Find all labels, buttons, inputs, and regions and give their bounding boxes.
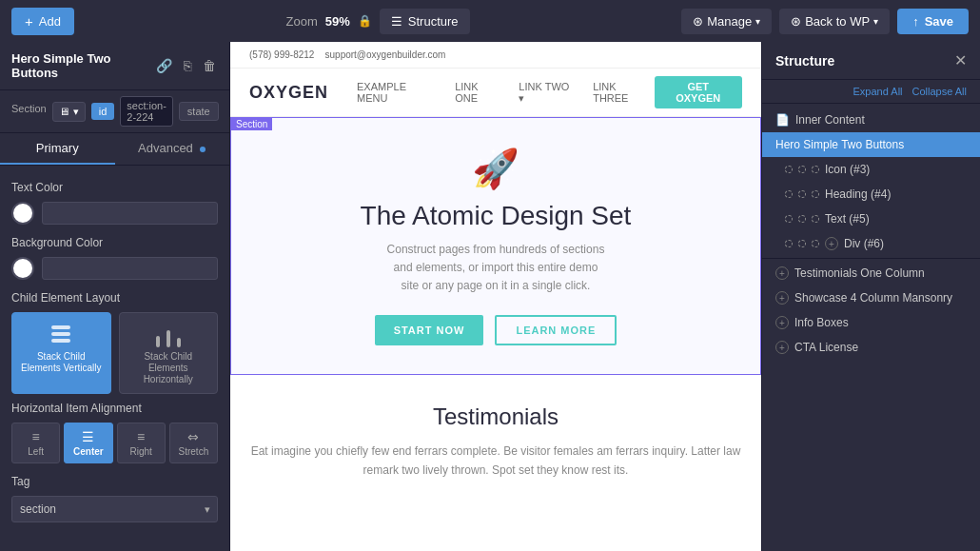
- struct-dot2-heading4: [798, 190, 806, 198]
- canvas-inner: (578) 999-8212 support@oxygenbuilder.com…: [230, 42, 761, 551]
- text-color-bar[interactable]: [42, 202, 218, 225]
- tab-primary[interactable]: Primary: [0, 133, 115, 165]
- stack-vertical-button[interactable]: Stack Child Elements Vertically: [11, 312, 111, 394]
- divider-1: [762, 258, 980, 259]
- tab-dot: [200, 147, 206, 152]
- struct-dot-heading4: [785, 190, 793, 198]
- tabs-row: Primary Advanced: [0, 133, 229, 166]
- stack-horizontal-icon: [154, 321, 183, 347]
- text-color-swatch[interactable]: [11, 202, 34, 225]
- struct-dot2-text5: [798, 215, 806, 223]
- struct-text-5[interactable]: Text (#5): [762, 207, 980, 231]
- hero-rocket-icon: 🚀: [250, 147, 741, 191]
- struct-cta-license[interactable]: + CTA License: [762, 335, 980, 360]
- tag-select[interactable]: section: [11, 496, 218, 522]
- struct-plus-info[interactable]: +: [775, 316, 789, 329]
- struct-dot2-div6: [798, 240, 806, 247]
- nav-item-3[interactable]: LINK TWO ▾: [519, 81, 578, 105]
- state-button[interactable]: state: [179, 102, 219, 121]
- stack-horizontal-label: Stack Child Elements Horizontally: [124, 351, 214, 385]
- stack-vertical-label: Stack Child Elements Vertically: [16, 351, 107, 374]
- struct-div-6[interactable]: + Div (#6): [762, 231, 980, 256]
- start-now-button[interactable]: START NOW: [375, 315, 484, 345]
- lock-icon: 🔒: [358, 14, 372, 28]
- device-selector[interactable]: 🖥 ▾: [52, 102, 86, 122]
- struct-plus-div6[interactable]: +: [825, 237, 838, 250]
- struct-plus-cta[interactable]: +: [775, 341, 789, 354]
- align-stretch-icon: ⇔: [187, 429, 199, 444]
- testimonials-section: Testimonials Eat imagine you chiefly few…: [230, 375, 761, 509]
- bg-color-swatch[interactable]: [11, 257, 34, 280]
- struct-plus-testimonials[interactable]: +: [775, 266, 789, 280]
- testimonials-text: Eat imagine you chiefly few end ferrars …: [249, 442, 742, 481]
- delete-icon[interactable]: 🗑: [201, 56, 218, 75]
- link-icon[interactable]: 🔗: [154, 56, 174, 75]
- align-stretch-button[interactable]: ⇔ Stretch: [169, 423, 218, 463]
- copy-icon[interactable]: ⎘: [182, 56, 193, 75]
- plus-icon: +: [25, 13, 33, 30]
- tab-advanced[interactable]: Advanced: [115, 133, 230, 165]
- site-header-right: GET OXYGEN: [655, 76, 742, 108]
- hero-title: The Atomic Design Set: [250, 201, 741, 231]
- struct-dot3-icon3: [812, 166, 819, 173]
- zoom-value: 59%: [325, 14, 350, 29]
- panel-content: Text Color Background Color Child Elemen…: [0, 166, 229, 551]
- site-header: (578) 999-8212 support@oxygenbuilder.com: [230, 42, 761, 69]
- expand-all-button[interactable]: Expand All: [853, 86, 903, 97]
- nav-item-2[interactable]: LINK ONE: [455, 81, 503, 105]
- selector-row: Section 🖥 ▾ id sect:ion-2-224 state: [0, 90, 229, 133]
- bg-color-row: [11, 257, 218, 280]
- site-nav: EXAMPLE MENU LINK ONE LINK TWO ▾ LINK TH…: [357, 81, 654, 105]
- bg-color-bar[interactable]: [42, 257, 218, 280]
- align-center-icon: ☰: [82, 429, 94, 444]
- panel-title: Hero Simple Two Buttons: [11, 51, 154, 80]
- main-layout: Hero Simple Two Buttons 🔗 ⎘ 🗑 Section 🖥 …: [0, 42, 980, 551]
- align-left-button[interactable]: ≡ Left: [11, 423, 60, 463]
- top-bar: + Add Zoom 59% 🔒 ☰ Structure ⊛ Manage ▾ …: [0, 0, 980, 42]
- manage-button[interactable]: ⊛ Manage ▾: [681, 9, 772, 34]
- stack-vertical-icon: [51, 321, 70, 347]
- struct-inner-content[interactable]: 📄 Inner Content: [762, 108, 980, 132]
- text-color-row: [11, 202, 218, 225]
- back-to-wp-button[interactable]: ⊛ Back to WP ▾: [779, 9, 890, 34]
- struct-testimonials[interactable]: + Testimonials One Column: [762, 261, 980, 285]
- tag-label: Tag: [11, 475, 218, 488]
- close-structure-button[interactable]: ✕: [954, 51, 967, 69]
- panel-header: Hero Simple Two Buttons 🔗 ⎘ 🗑: [0, 42, 229, 90]
- align-right-icon: ≡: [137, 429, 145, 444]
- struct-dot3-div6: [812, 240, 819, 247]
- collapse-all-button[interactable]: Collapse All: [912, 86, 967, 97]
- struct-dot3-heading4: [812, 190, 819, 198]
- structure-panel-header: Structure ✕: [762, 42, 980, 80]
- site-logo: OXYGEN: [249, 83, 328, 103]
- structure-lines-icon: ☰: [391, 14, 402, 29]
- layout-options: Stack Child Elements Vertically Stack Ch…: [11, 312, 218, 394]
- section-tag: Section: [231, 118, 272, 130]
- struct-heading-4[interactable]: Heading (#4): [762, 182, 980, 207]
- learn-more-button[interactable]: LEARN MORE: [495, 315, 617, 345]
- nav-item-4[interactable]: LINK THREE: [593, 81, 654, 105]
- hero-content: 🚀 The Atomic Design Set Construct pages …: [231, 118, 760, 374]
- struct-icon-3[interactable]: Icon (#3): [762, 157, 980, 182]
- nav-item-1[interactable]: EXAMPLE MENU: [357, 81, 440, 105]
- chevron-down-icon-2: ▾: [873, 16, 878, 27]
- stack-horizontal-button[interactable]: Stack Child Elements Horizontally: [119, 312, 219, 394]
- align-section: Horizontal Item Alignment ≡ Left ☰ Cente…: [11, 402, 218, 463]
- selector-field[interactable]: sect:ion-2-224: [120, 96, 173, 127]
- struct-hero-two-buttons[interactable]: Hero Simple Two Buttons: [762, 132, 980, 157]
- align-label: Horizontal Item Alignment: [11, 402, 218, 415]
- structure-button[interactable]: ☰ Structure: [380, 9, 470, 34]
- add-button[interactable]: + Add: [11, 8, 74, 35]
- align-center-button[interactable]: ☰ Center: [64, 423, 112, 463]
- site-contact-left: (578) 999-8212 support@oxygenbuilder.com: [249, 49, 445, 60]
- bg-color-label: Background Color: [11, 236, 218, 249]
- struct-showcase[interactable]: + Showcase 4 Column Mansonry: [762, 285, 980, 310]
- align-right-button[interactable]: ≡ Right: [117, 423, 166, 463]
- get-oxygen-button[interactable]: GET OXYGEN: [655, 76, 742, 108]
- id-badge[interactable]: id: [91, 103, 115, 120]
- save-button[interactable]: ↑ Save: [897, 9, 969, 34]
- text-color-label: Text Color: [11, 181, 218, 194]
- struct-info-boxes[interactable]: + Info Boxes: [762, 310, 980, 335]
- align-left-icon: ≡: [32, 429, 40, 444]
- struct-plus-showcase[interactable]: +: [775, 291, 789, 305]
